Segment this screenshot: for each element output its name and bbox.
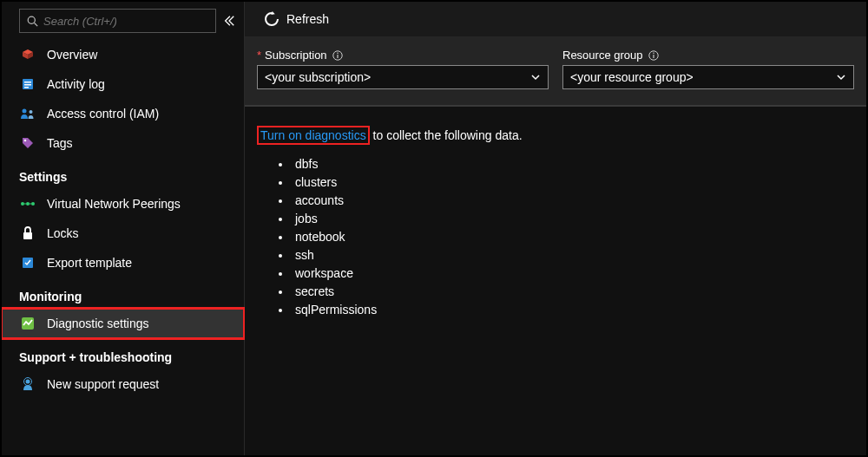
resource-group-field: Resource group <your resource group> [562, 49, 854, 89]
list-item: clusters [292, 173, 854, 192]
sidebar-item-label: Diagnostic settings [47, 317, 149, 330]
section-header-monitoring: Monitoring [2, 277, 244, 309]
svg-rect-14 [23, 232, 32, 239]
info-icon[interactable] [648, 50, 659, 61]
svg-point-6 [23, 109, 27, 114]
activity-log-icon [19, 77, 36, 91]
sidebar-item-label: New support request [47, 377, 159, 391]
sidebar-item-label: Locks [47, 226, 79, 240]
list-item: dbfs [292, 155, 854, 173]
list-item: jobs [292, 210, 854, 228]
subscription-label: Subscription [265, 49, 327, 62]
sidebar-item-label: Virtual Network Peerings [47, 197, 181, 211]
svg-rect-23 [653, 55, 654, 58]
svg-rect-3 [24, 82, 31, 83]
list-item: notebook [292, 228, 854, 246]
sidebar-item-diagnostic-settings[interactable]: Diagnostic settings [2, 309, 244, 338]
list-item: accounts [292, 192, 854, 210]
refresh-label: Refresh [286, 12, 329, 26]
sidebar-item-activity-log[interactable]: Activity log [2, 69, 244, 99]
intro-text: to collect the following data. [370, 128, 523, 142]
sidebar-item-label: Overview [47, 48, 97, 62]
svg-rect-5 [24, 87, 29, 88]
search-input[interactable] [43, 15, 208, 28]
info-icon[interactable] [332, 50, 343, 61]
lock-icon [19, 226, 36, 240]
sidebar: Overview Activity log Access control (IA… [2, 2, 245, 455]
search-icon [27, 16, 38, 27]
svg-rect-24 [653, 52, 654, 53]
list-item: secrets [292, 283, 854, 301]
sidebar-item-overview[interactable]: Overview [2, 40, 244, 69]
subscription-field: * Subscription <your subscription> [257, 49, 549, 89]
required-indicator: * [257, 49, 261, 62]
diagnostic-data-list: dbfsclustersaccountsjobsnotebooksshworks… [292, 155, 854, 319]
subscription-value: <your subscription> [265, 70, 371, 84]
sidebar-item-locks[interactable]: Locks [2, 219, 244, 248]
section-header-support: Support + troubleshooting [2, 338, 244, 369]
svg-rect-4 [24, 84, 31, 86]
resource-group-label: Resource group [562, 49, 643, 62]
sidebar-item-label: Access control (IAM) [47, 107, 159, 121]
sidebar-item-label: Export template [47, 256, 132, 270]
sidebar-item-new-support-request[interactable]: New support request [2, 369, 244, 399]
main-panel: Refresh * Subscription <your subscriptio… [245, 2, 866, 455]
resource-group-dropdown[interactable]: <your resource group> [562, 65, 854, 89]
filters-bar: * Subscription <your subscription> Resou… [245, 36, 866, 105]
svg-point-17 [26, 380, 30, 384]
list-item: workspace [292, 264, 854, 283]
content-area: Turn on diagnostics to collect the follo… [245, 107, 866, 338]
chevron-down-icon [836, 72, 846, 82]
refresh-button[interactable]: Refresh [257, 11, 329, 27]
export-template-icon [19, 256, 36, 270]
svg-line-1 [35, 23, 38, 26]
svg-point-9 [21, 202, 24, 206]
search-box[interactable] [19, 9, 216, 33]
resource-group-value: <your resource group> [570, 70, 694, 84]
network-peerings-icon [19, 199, 36, 209]
overview-icon [19, 48, 36, 62]
list-item: sqlPermissions [292, 301, 854, 319]
diagnostic-settings-icon [19, 317, 36, 330]
sidebar-item-access-control[interactable]: Access control (IAM) [2, 99, 244, 128]
chevron-down-icon [530, 72, 541, 82]
sidebar-item-vnet-peerings[interactable]: Virtual Network Peerings [2, 189, 244, 219]
sidebar-item-export-template[interactable]: Export template [2, 248, 244, 277]
svg-point-7 [30, 110, 33, 114]
svg-rect-20 [337, 55, 338, 58]
svg-point-0 [28, 16, 35, 23]
sidebar-item-tags[interactable]: Tags [2, 128, 244, 158]
refresh-icon [264, 11, 279, 27]
toolbar: Refresh [245, 2, 866, 36]
subscription-dropdown[interactable]: <your subscription> [257, 65, 549, 89]
sidebar-item-label: Tags [47, 136, 73, 150]
access-control-icon [19, 107, 36, 121]
tags-icon [19, 136, 36, 150]
sidebar-item-label: Activity log [47, 77, 105, 91]
list-item: ssh [292, 246, 854, 264]
turn-on-diagnostics-link[interactable]: Turn on diagnostics [260, 128, 366, 142]
svg-point-11 [31, 202, 35, 206]
collapse-sidebar-icon[interactable] [223, 15, 235, 27]
support-request-icon [19, 377, 36, 391]
svg-point-10 [26, 202, 30, 206]
section-header-settings: Settings [2, 158, 244, 189]
svg-rect-21 [337, 52, 338, 53]
svg-point-8 [24, 140, 27, 142]
